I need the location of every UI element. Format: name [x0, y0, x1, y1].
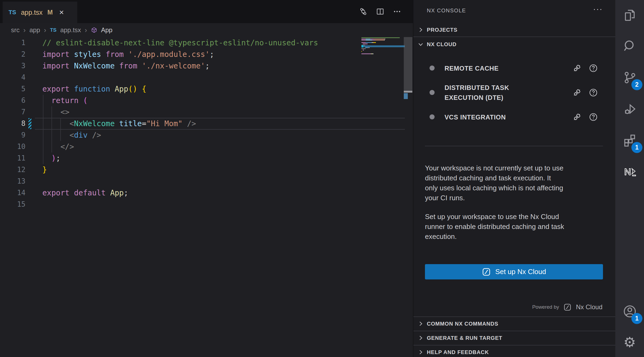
tab-bar: TS app.tsx M ×	[0, 0, 413, 23]
panel-more-actions-icon[interactable]: ···	[593, 4, 603, 13]
breadcrumb-src[interactable]: src	[11, 26, 20, 34]
line-number: 11	[0, 152, 25, 164]
section-nx-cloud[interactable]: NX CLOUD	[413, 38, 616, 51]
breadcrumb-separator: ›	[23, 26, 26, 34]
tab-filename: app.tsx	[21, 9, 43, 16]
code-line[interactable]: 6 return (	[0, 95, 405, 106]
settings-gear-icon[interactable]: ⚙	[615, 329, 644, 356]
gutter	[25, 106, 35, 118]
breadcrumb-app[interactable]: app	[29, 26, 40, 34]
section-common-nx-commands[interactable]: COMMON NX COMMANDS	[413, 317, 616, 330]
section-generate-run-target[interactable]: GENERATE & RUN TARGET	[413, 331, 616, 345]
section-projects[interactable]: PROJECTS	[413, 23, 616, 37]
git-modified-gutter-marker	[28, 118, 31, 129]
search-icon[interactable]	[615, 33, 644, 60]
code-line[interactable]: 1// eslint-disable-next-line @typescript…	[0, 37, 405, 49]
tab-app-tsx[interactable]: TS app.tsx M ×	[3, 2, 77, 23]
connect-icon[interactable]	[572, 112, 582, 122]
badge: 2	[631, 79, 642, 90]
overview-ruler-modified-mark	[404, 93, 408, 99]
symbol-cube-icon	[91, 27, 97, 33]
line-number: 8	[0, 118, 25, 129]
breadcrumb-symbol[interactable]: App	[101, 26, 113, 34]
badge: 1	[631, 142, 642, 153]
nx-cloud-logo-icon	[563, 303, 572, 311]
line-number: 9	[0, 129, 25, 141]
minimap[interactable]	[361, 37, 404, 59]
minimap-line	[361, 53, 373, 54]
line-number: 12	[0, 164, 25, 176]
breadcrumb-separator: ›	[44, 26, 46, 34]
status-label: DISTRIBUTED TASK EXECUTION (DTE)	[445, 83, 509, 103]
status-dot-icon	[430, 114, 435, 119]
git-compare-icon[interactable]	[359, 7, 368, 16]
breadcrumb: src › app › TS app.tsx › App	[11, 23, 112, 37]
chevron-right-icon	[417, 349, 424, 356]
minimap-line	[361, 43, 368, 44]
gutter	[25, 164, 35, 176]
run-debug-icon[interactable]	[615, 96, 644, 122]
help-icon[interactable]	[589, 112, 598, 122]
code-line[interactable]: 8 <NxWelcome title="Hi Mom" />	[0, 118, 405, 129]
connect-icon[interactable]	[572, 63, 582, 73]
git-modified-badge: M	[47, 9, 53, 16]
workspace-status-text: Your workspace is not currently set up t…	[425, 163, 599, 203]
panel-title: NX CONSOLE	[427, 8, 466, 14]
code-line[interactable]: 14export default App;	[0, 187, 405, 199]
connect-icon[interactable]	[572, 88, 582, 98]
gutter	[25, 141, 35, 152]
line-number: 4	[0, 72, 25, 83]
help-icon[interactable]	[589, 63, 598, 73]
code-line[interactable]: 7 <>	[0, 106, 405, 118]
nx-cloud-brand-label: Nx Cloud	[576, 303, 602, 311]
minimap-line	[361, 42, 376, 43]
editor-more-actions-icon[interactable]	[393, 7, 402, 16]
scrollbar-slider[interactable]	[404, 37, 412, 91]
gutter	[25, 118, 35, 129]
typescript-file-icon: TS	[9, 9, 16, 16]
code-line[interactable]: 15	[0, 199, 405, 210]
divider	[425, 146, 603, 146]
line-number: 3	[0, 60, 25, 72]
line-number: 14	[0, 187, 25, 199]
code-line[interactable]: 5export function App() {	[0, 83, 405, 95]
code-line[interactable]: 9 <div />	[0, 129, 405, 141]
code-line[interactable]: 11 );	[0, 152, 405, 164]
help-icon[interactable]	[589, 88, 598, 97]
source-control-icon[interactable]: 2	[615, 64, 644, 91]
extensions-icon[interactable]: 1	[615, 127, 644, 154]
setup-hint-text: Set up your workspace to use the Nx Clou…	[425, 212, 599, 242]
minimap-line	[361, 39, 385, 39]
chevron-down-icon	[417, 41, 424, 48]
gutter	[25, 60, 35, 72]
chevron-right-icon	[417, 26, 424, 33]
chevron-right-icon	[417, 320, 424, 327]
minimap-line	[361, 40, 385, 41]
split-editor-icon[interactable]	[376, 7, 385, 16]
tab-close-icon[interactable]: ×	[59, 8, 64, 16]
code-line[interactable]: 3import NxWelcome from './nx-welcome';	[0, 60, 405, 72]
code-line[interactable]: 10 </>	[0, 141, 405, 152]
line-number: 6	[0, 95, 25, 106]
powered-by-label: Powered by	[532, 304, 559, 310]
gutter	[25, 187, 35, 199]
breadcrumb-file[interactable]: app.tsx	[60, 26, 81, 34]
setup-nx-cloud-button[interactable]: Set up Nx Cloud	[425, 264, 603, 279]
nx-console-icon[interactable]	[615, 158, 644, 185]
gutter	[25, 72, 35, 83]
code-line[interactable]: 12}	[0, 164, 405, 176]
gutter	[25, 176, 35, 187]
minimap-modified-tick	[361, 45, 363, 48]
explorer-icon[interactable]	[615, 2, 644, 29]
minimap-line	[361, 37, 400, 38]
code-line[interactable]: 4	[0, 72, 405, 83]
nx-cloud-icon	[482, 267, 491, 276]
code-line[interactable]: 13	[0, 176, 405, 187]
gutter	[25, 37, 35, 49]
breadcrumb-separator: ›	[85, 26, 87, 34]
section-help-and-feedback[interactable]: HELP AND FEEDBACK	[413, 345, 616, 357]
gutter	[25, 129, 35, 141]
accounts-icon[interactable]: 1	[615, 298, 644, 325]
code-line[interactable]: 2import styles from './app.module.css';	[0, 49, 405, 60]
code-editor[interactable]: 1// eslint-disable-next-line @typescript…	[0, 37, 405, 210]
